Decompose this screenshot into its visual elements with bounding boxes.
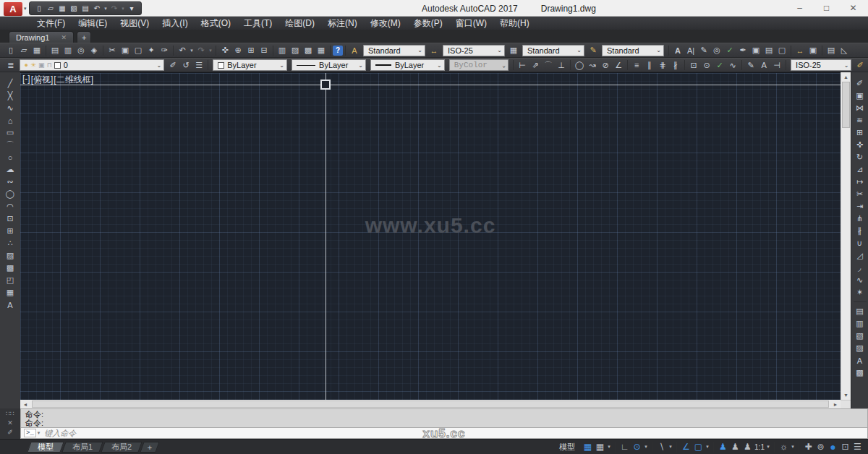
menu-parametric[interactable]: 参数(P) — [407, 17, 449, 30]
trim-icon[interactable]: ✂ — [852, 188, 868, 200]
zoom-window-icon[interactable]: ⊞ — [244, 44, 258, 56]
batch-plot-icon[interactable]: ◈ — [88, 44, 101, 56]
app-logo-caret-icon[interactable]: ▾ — [24, 6, 27, 12]
qat-saveas-icon[interactable]: ▧ — [68, 3, 80, 14]
make-object-layer-current-icon[interactable]: ✐ — [166, 59, 179, 72]
line-icon[interactable]: ╱ — [2, 77, 18, 90]
menu-view[interactable]: 视图(V) — [114, 17, 156, 30]
dim-style-brush-icon[interactable]: ✐ — [854, 59, 867, 72]
ellipse-icon[interactable]: ◯ — [2, 188, 18, 200]
rotate-icon[interactable]: ↻ — [852, 151, 868, 163]
zoom-previous-icon[interactable]: ⊟ — [258, 44, 271, 56]
text-style-combo[interactable]: Standard⌄ — [363, 45, 425, 56]
find-replace-icon[interactable]: ◎ — [710, 44, 723, 56]
dim-baseline-icon[interactable]: ≡ — [630, 59, 643, 72]
array-icon[interactable]: ⊞ — [852, 127, 868, 139]
dim-spacing-icon[interactable]: ⋕ — [656, 59, 669, 72]
paste-special-icon[interactable]: ✦ — [145, 44, 158, 56]
extend-icon[interactable]: ⇥ — [852, 200, 868, 213]
lineweight-combo[interactable]: ByLayer ⌄ — [370, 59, 445, 71]
scroll-down-icon[interactable]: ▼ — [841, 390, 851, 400]
erase-icon[interactable]: ✐ — [852, 77, 868, 90]
vertical-scroll-thumb[interactable] — [842, 82, 850, 128]
menu-tools[interactable]: 工具(T) — [237, 17, 278, 30]
annotation-scale-icon[interactable]: ♟ — [741, 441, 754, 453]
spell-check-icon[interactable]: ✓ — [723, 44, 736, 56]
menu-insert[interactable]: 插入(I) — [156, 17, 194, 30]
status-otrack-icon[interactable]: ∠ — [680, 441, 692, 453]
edit-text-icon[interactable]: ✎ — [697, 44, 710, 56]
copy-nested-icon[interactable]: ▣ — [807, 44, 820, 56]
bring-above-icon[interactable]: ▧ — [852, 330, 868, 342]
status-snap-caret[interactable]: ▾ — [606, 441, 612, 453]
polygon-icon[interactable]: ⌂ — [2, 114, 18, 127]
clean-screen-icon[interactable]: ⊡ — [839, 441, 851, 453]
object-color-combo[interactable]: ByLayer ⌄ — [213, 59, 287, 71]
customization-menu-icon[interactable]: ☰ — [851, 441, 864, 453]
properties-icon[interactable]: ▥ — [276, 44, 289, 56]
status-polar-icon[interactable]: ⊙ — [631, 441, 643, 453]
document-tab-drawing1[interactable]: Drawing1 ✕ — [9, 31, 74, 43]
text-justify-icon[interactable]: ▤ — [762, 44, 775, 56]
qat-plot-icon[interactable]: ▤ — [80, 3, 91, 14]
command-customize-wrench-icon[interactable]: ✐ — [7, 429, 13, 437]
horizontal-scrollbar[interactable]: ◄ ► — [20, 400, 841, 408]
region-icon[interactable]: ◰ — [2, 274, 18, 286]
tool-palettes-icon[interactable]: ▩ — [302, 44, 315, 56]
hatch-icon[interactable]: ▨ — [2, 249, 18, 262]
publish-icon[interactable]: ◎ — [75, 44, 88, 56]
mtext-icon[interactable]: A — [2, 299, 18, 311]
join-icon[interactable]: ∪ — [852, 237, 868, 249]
arc-icon[interactable]: ⌒ — [2, 139, 18, 151]
blend-curves-icon[interactable]: ∿ — [852, 274, 868, 286]
dim-radius-icon[interactable]: ◯ — [573, 59, 586, 72]
dim-continue-icon[interactable]: ∥ — [643, 59, 656, 72]
layer-combo[interactable]: ● ☀ ▣ ⊓ 0 ⌄ — [20, 59, 165, 71]
status-isodraft-icon[interactable]: ∖ — [655, 441, 668, 453]
annotation-scale-caret[interactable]: ▾ — [765, 441, 771, 453]
gradient-icon[interactable]: ▩ — [2, 262, 18, 274]
explode-icon[interactable]: ✶ — [852, 286, 868, 299]
customization-plus-icon[interactable]: ✚ — [802, 441, 814, 453]
graphics-performance-icon[interactable]: ● — [827, 441, 839, 453]
text-to-front-icon[interactable]: A — [852, 354, 868, 367]
qat-undo-icon[interactable]: ↶ — [91, 3, 103, 14]
text-scale-icon[interactable]: ▣ — [749, 44, 762, 56]
insert-block-icon[interactable]: ⊡ — [2, 213, 18, 225]
tab-layout2[interactable]: 布局2 — [101, 442, 142, 453]
dim-angular-icon[interactable]: ∠ — [612, 59, 625, 72]
new-icon[interactable]: ▯ — [4, 44, 17, 56]
app-logo-button[interactable]: A — [4, 2, 22, 16]
move-icon[interactable]: ✜ — [852, 139, 868, 151]
status-ortho-icon[interactable]: ∟ — [618, 441, 631, 453]
bring-to-front-icon[interactable]: ▤ — [852, 305, 868, 317]
offset-icon[interactable]: ≋ — [852, 114, 868, 127]
open-icon[interactable]: ▱ — [17, 44, 30, 56]
ellipse-arc-icon[interactable]: ◠ — [2, 200, 18, 213]
scale-icon[interactable]: ⊿ — [852, 163, 868, 176]
pan-icon[interactable]: ✜ — [218, 44, 231, 56]
save-icon[interactable]: ▦ — [30, 44, 43, 56]
zoom-realtime-icon[interactable]: ⊕ — [231, 44, 244, 56]
menu-edit[interactable]: 编辑(E) — [72, 17, 114, 30]
menu-window[interactable]: 窗口(W) — [449, 17, 493, 30]
horizontal-scroll-thumb[interactable] — [32, 401, 829, 408]
table-style-combo[interactable]: Standard⌄ — [522, 45, 584, 56]
status-snap-icon[interactable]: ▦ — [594, 441, 606, 453]
qat-undo-caret[interactable]: ▾ — [103, 3, 109, 14]
tab-layout1[interactable]: 布局1 — [61, 442, 103, 453]
qat-customize-caret-icon[interactable]: ▾ — [126, 3, 137, 14]
design-center-icon[interactable]: ▨ — [289, 44, 302, 56]
construction-line-icon[interactable]: ╳ — [2, 90, 18, 102]
paste-icon[interactable]: ▢ — [132, 44, 145, 56]
copy-icon[interactable]: ▣ — [119, 44, 132, 56]
menu-format[interactable]: 格式(O) — [195, 17, 237, 30]
command-close-icon[interactable]: ✕ — [7, 419, 13, 427]
undo-icon[interactable]: ↶ — [176, 44, 189, 56]
sheet-set-manager-icon[interactable]: ▤ — [825, 44, 838, 56]
layer-previous-icon[interactable]: ↺ — [179, 59, 192, 72]
status-isodraft-caret[interactable]: ▾ — [668, 441, 673, 453]
dim-style-combo-2[interactable]: ISO-25 ⌄ — [791, 59, 851, 71]
help-icon[interactable]: ? — [333, 46, 343, 56]
tab-model[interactable]: 模型 — [27, 442, 64, 453]
